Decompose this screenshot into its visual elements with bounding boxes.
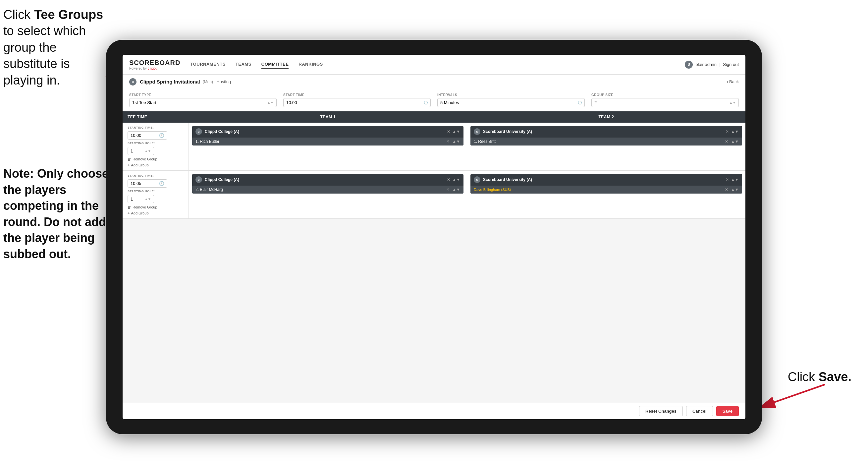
player-remove-r2-t2-p1[interactable]: ✕ bbox=[725, 187, 728, 192]
team2-controls-r1: ✕ ▲▼ bbox=[725, 129, 739, 134]
team1-controls-r1: ✕ ▲▼ bbox=[447, 129, 460, 134]
time-clock-icon-r1: 🕐 bbox=[159, 133, 164, 138]
sub-header: B Clippd Spring Invitational (Men) Hosti… bbox=[123, 75, 745, 89]
player-name-r1-t1-p1: 1. Rich Butler bbox=[195, 139, 444, 144]
team2-remove-btn-r1[interactable]: ✕ bbox=[725, 129, 729, 134]
start-type-input[interactable]: 1st Tee Start ▲▼ bbox=[129, 98, 277, 107]
table-header: Tee Time Team 1 Team 2 bbox=[123, 111, 745, 123]
nav-rankings[interactable]: RANKINGS bbox=[299, 60, 323, 68]
user-name: blair admin bbox=[695, 62, 717, 67]
player-name-r1-t2-p1: 1. Rees Britt bbox=[474, 139, 722, 144]
hole-spinner-r1[interactable]: ▲▼ bbox=[145, 149, 151, 153]
click-save-bold: Save. bbox=[819, 370, 851, 384]
nav-user: B blair admin | Sign out bbox=[685, 61, 739, 68]
reset-changes-button[interactable]: Reset Changes bbox=[639, 406, 683, 416]
starting-time-input-r1[interactable]: 10:00 🕐 bbox=[128, 131, 167, 140]
player-name-r2-t1-p1: 2. Blair McHarg bbox=[195, 187, 444, 192]
team2-group-r2[interactable]: S Scoreboard University (A) ✕ ▲▼ Dave Bi… bbox=[470, 174, 742, 194]
team1-controls-r2: ✕ ▲▼ bbox=[447, 177, 460, 182]
player-remove-r2-t1-p1[interactable]: ✕ bbox=[446, 187, 450, 192]
trash-icon-r2: 🗑 bbox=[128, 205, 131, 209]
team1-name-r1: Clippd College (A) bbox=[205, 129, 444, 134]
start-time-input[interactable]: 10:00 🕐 bbox=[283, 98, 431, 107]
team2-expand-btn-r2[interactable]: ▲▼ bbox=[731, 177, 739, 182]
starting-hole-input-r1[interactable]: 1 ▲▼ bbox=[128, 147, 154, 155]
remove-group-r1[interactable]: 🗑 Remove Group bbox=[128, 157, 184, 161]
team1-group-r1[interactable]: C Clippd College (A) ✕ ▲▼ 1. Rich Butler… bbox=[192, 126, 464, 146]
player-expand-r2-t2-p1[interactable]: ▲▼ bbox=[731, 187, 739, 192]
player-row-r2-t1-p1: 2. Blair McHarg ✕ ▲▼ bbox=[192, 185, 464, 194]
add-group-r1[interactable]: + Add Group bbox=[128, 163, 184, 167]
settings-group-size: Group Size 2 ▲▼ bbox=[591, 93, 739, 107]
annotation-top-click: Click bbox=[3, 8, 34, 22]
team2-group-r1[interactable]: S Scoreboard University (A) ✕ ▲▼ 1. Rees… bbox=[470, 126, 742, 146]
team1-remove-btn-r1[interactable]: ✕ bbox=[447, 129, 450, 134]
intervals-spinner[interactable]: 🕐 bbox=[578, 101, 582, 105]
player-row-r1-t1-p1: 1. Rich Butler ✕ ▲▼ bbox=[192, 138, 464, 146]
annotation-top: Click Tee Groups to select which group t… bbox=[3, 7, 106, 88]
annotation-top-rest: to select which group the substitute is … bbox=[3, 24, 86, 87]
logo-scoreboard: SCOREBOARD bbox=[129, 59, 180, 67]
cancel-button[interactable]: Cancel bbox=[686, 406, 713, 416]
time-clock-icon-r2: 🕐 bbox=[159, 181, 164, 186]
team1-expand-btn-r2[interactable]: ▲▼ bbox=[452, 177, 460, 182]
click-save-annotation: Click Save. bbox=[788, 370, 851, 384]
player-expand-r2-t1-p1[interactable]: ▲▼ bbox=[452, 187, 460, 192]
hole-spinner-r2[interactable]: ▲▼ bbox=[145, 197, 151, 201]
add-group-r2[interactable]: + Add Group bbox=[128, 211, 184, 215]
plus-icon-r2: + bbox=[128, 211, 129, 215]
tablet-device: SCOREBOARD Powered by clippd TOURNAMENTS… bbox=[106, 40, 762, 434]
player-name-r2-t2-p1: Dave Billingham (SUB) bbox=[474, 187, 722, 192]
team1-group-header-r2: C Clippd College (A) ✕ ▲▼ bbox=[192, 174, 464, 185]
hosting-label: Hosting bbox=[216, 79, 231, 84]
annotation-bottom-note: Note: bbox=[3, 167, 37, 180]
team1-badge-r1: C bbox=[195, 128, 202, 135]
player-expand-r1-t1-p1[interactable]: ▲▼ bbox=[452, 139, 460, 144]
player-remove-r1-t1-p1[interactable]: ✕ bbox=[446, 139, 450, 144]
save-button[interactable]: Save bbox=[716, 406, 739, 416]
team1-remove-btn-r2[interactable]: ✕ bbox=[447, 177, 450, 182]
team2-expand-btn-r1[interactable]: ▲▼ bbox=[731, 129, 739, 134]
nav-tournaments[interactable]: TOURNAMENTS bbox=[190, 60, 225, 68]
back-link[interactable]: ‹ Back bbox=[726, 79, 739, 84]
logo-powered: Powered by clippd bbox=[129, 67, 180, 70]
col-tee-time: Tee Time bbox=[123, 111, 189, 123]
group-size-label: Group Size bbox=[591, 93, 739, 97]
team1-cell-r1: C Clippd College (A) ✕ ▲▼ 1. Rich Butler… bbox=[189, 123, 467, 170]
team2-remove-btn-r2[interactable]: ✕ bbox=[725, 177, 729, 182]
footer-bar: Reset Changes Cancel Save bbox=[123, 403, 745, 419]
tablet-screen: SCOREBOARD Powered by clippd TOURNAMENTS… bbox=[123, 55, 745, 419]
team1-badge-r2: C bbox=[195, 176, 202, 183]
nav-teams[interactable]: TEAMS bbox=[236, 60, 251, 68]
player-row-r1-t2-p1: 1. Rees Britt ✕ ▲▼ bbox=[470, 138, 742, 146]
trash-icon-r1: 🗑 bbox=[128, 157, 131, 161]
team2-group-header-r2: S Scoreboard University (A) ✕ ▲▼ bbox=[470, 174, 742, 185]
remove-group-r2[interactable]: 🗑 Remove Group bbox=[128, 205, 184, 209]
team2-cell-r1: S Scoreboard University (A) ✕ ▲▼ 1. Rees… bbox=[467, 123, 745, 170]
start-time-label: Start Time bbox=[283, 93, 431, 97]
starting-hole-input-r2[interactable]: 1 ▲▼ bbox=[128, 195, 154, 203]
start-type-label: Start Type bbox=[129, 93, 277, 97]
team1-expand-btn-r1[interactable]: ▲▼ bbox=[452, 129, 460, 134]
team2-badge-r1: S bbox=[474, 128, 480, 135]
tournament-gender: (Men) bbox=[203, 80, 213, 84]
plus-icon-r1: + bbox=[128, 163, 129, 167]
player-remove-r1-t2-p1[interactable]: ✕ bbox=[725, 139, 728, 144]
team1-name-r2: Clippd College (A) bbox=[205, 177, 444, 182]
group-size-spinner[interactable]: ▲▼ bbox=[729, 101, 736, 105]
team2-cell-r2: S Scoreboard University (A) ✕ ▲▼ Dave Bi… bbox=[467, 171, 745, 218]
start-time-spinner[interactable]: 🕐 bbox=[424, 101, 428, 105]
starting-time-input-r2[interactable]: 10:05 🕐 bbox=[128, 179, 167, 187]
team1-cell-r2: C Clippd College (A) ✕ ▲▼ 2. Blair McHar… bbox=[189, 171, 467, 218]
team1-group-r2[interactable]: C Clippd College (A) ✕ ▲▼ 2. Blair McHar… bbox=[192, 174, 464, 194]
click-save-prefix: Click bbox=[788, 370, 819, 384]
intervals-input[interactable]: 5 Minutes 🕐 bbox=[437, 98, 585, 107]
nav-committee[interactable]: COMMITTEE bbox=[261, 60, 289, 68]
annotation-bottom-bold: Only choose the players competing in the… bbox=[3, 167, 108, 261]
group-size-input[interactable]: 2 ▲▼ bbox=[591, 98, 739, 107]
start-type-spinner[interactable]: ▲▼ bbox=[267, 101, 274, 105]
settings-start-type: Start Type 1st Tee Start ▲▼ bbox=[129, 93, 277, 107]
sign-out-link[interactable]: Sign out bbox=[723, 62, 739, 67]
starting-time-label-r1: STARTING TIME: bbox=[128, 126, 184, 129]
player-expand-r1-t2-p1[interactable]: ▲▼ bbox=[731, 139, 739, 144]
